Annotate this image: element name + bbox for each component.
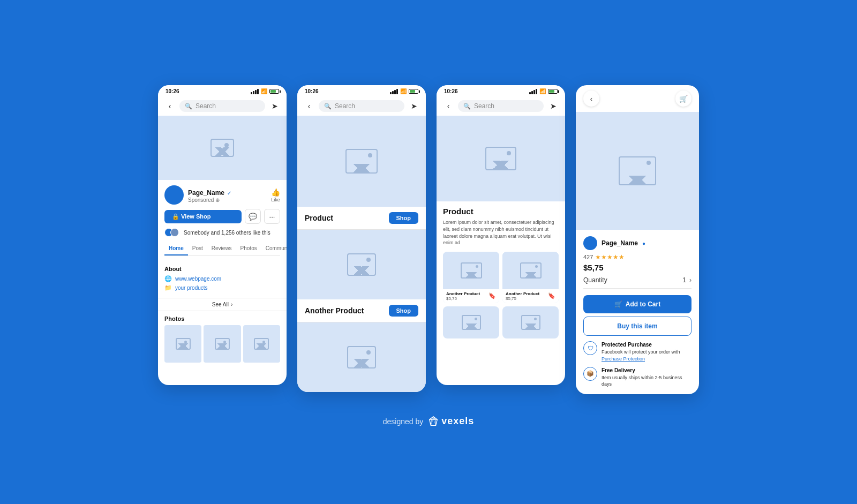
protected-title: Protected Purchase xyxy=(602,341,691,349)
time-2: 10:26 xyxy=(305,88,319,94)
img-icon-2 xyxy=(345,149,378,174)
like-label: Like xyxy=(271,197,280,202)
quantity-label: Quantity xyxy=(583,276,607,284)
profile-text: Page_Name ✓ Sponsored ⊕ xyxy=(188,187,231,203)
search-icon-3: 🔍 xyxy=(463,103,471,110)
products-link[interactable]: your products xyxy=(175,285,208,291)
globe-icon: 🌐 xyxy=(164,275,172,282)
shield-icon: 🛡 xyxy=(583,341,597,355)
add-to-cart-button[interactable]: 🛒 Add to Cart xyxy=(583,295,691,313)
quantity-row: Quantity 1 › xyxy=(583,276,691,289)
product-card-img-1 xyxy=(461,262,482,279)
cart-button-4[interactable]: 🛒 xyxy=(675,91,691,107)
tab-post[interactable]: Post xyxy=(188,242,207,255)
product-card-img-3 xyxy=(462,315,481,330)
product-grid-2: Another Product $5,75 🔖 Another Product … xyxy=(443,252,559,303)
time-3: 10:26 xyxy=(444,88,458,94)
svg-marker-0 xyxy=(430,417,438,426)
product-card-1: Another Product $5,75 🔖 xyxy=(443,252,499,303)
quantity-control: 1 › xyxy=(682,276,691,284)
search-bar-3[interactable]: 🔍 Search xyxy=(458,100,544,112)
quantity-arrow[interactable]: › xyxy=(689,276,691,284)
delivery-icon: 📦 xyxy=(583,367,597,381)
hero-placeholder-3 xyxy=(485,147,516,170)
search-bar-1[interactable]: 🔍 Search xyxy=(179,100,265,112)
back-button-3[interactable]: ‹ xyxy=(442,100,455,112)
about-website-row: 🌐 www.webpage.com xyxy=(164,275,280,282)
status-icons-2: 📶 xyxy=(390,88,418,94)
free-delivery-row: 📦 Free Delivery Item usually ships withi… xyxy=(583,367,691,388)
vexels-brand: vexels xyxy=(441,416,474,427)
tab-home[interactable]: Home xyxy=(164,242,188,255)
view-shop-button[interactable]: 🔒 View Shop xyxy=(164,210,242,223)
product-card-price-1: $5,75 xyxy=(446,296,480,301)
see-all-button[interactable]: See All › xyxy=(158,298,287,311)
photo-thumb-2 xyxy=(204,325,240,362)
status-bar-2: 10:26 📶 xyxy=(297,85,426,96)
img-icon-2c xyxy=(347,346,376,368)
small-img-icon-1 xyxy=(176,338,191,350)
search-bar-2[interactable]: 🔍 Search xyxy=(319,100,404,112)
share-button-3[interactable]: ➤ xyxy=(547,100,560,112)
back-button-1[interactable]: ‹ xyxy=(163,100,176,112)
more-button[interactable]: ··· xyxy=(264,209,280,224)
delivery-desc: Item usually ships within 2-5 business d… xyxy=(602,375,682,387)
phone-4: ‹ 🛒 Page_Name ● 427 ★★★★★ $5,75 Quantity xyxy=(576,85,699,394)
product-card-img-4 xyxy=(521,315,540,330)
quantity-value: 1 xyxy=(682,276,686,284)
website-link[interactable]: www.webpage.com xyxy=(175,276,221,282)
purchase-protection-link[interactable]: Purchase Protection xyxy=(602,356,645,362)
bookmark-icon-2[interactable]: 🔖 xyxy=(548,292,555,299)
product-detail-desc: Lorem ipsum dolor sit amet, consectetuer… xyxy=(443,219,559,246)
img-icon-2b xyxy=(347,253,376,276)
back-button-4[interactable]: ‹ xyxy=(583,91,599,107)
tab-photos[interactable]: Photos xyxy=(236,242,261,255)
shop-button-2[interactable]: Shop xyxy=(389,305,419,317)
tab-community[interactable]: Community xyxy=(261,242,287,255)
signal-icon-2 xyxy=(390,89,398,94)
battery-icon-3 xyxy=(548,89,558,94)
buy-section: Page_Name ● 427 ★★★★★ $5,75 Quantity 1 ›… xyxy=(576,230,699,394)
product-list: Product Shop Another Product Shop xyxy=(297,207,426,392)
bookmark-icon-1[interactable]: 🔖 xyxy=(488,292,496,299)
vexels-gem-icon xyxy=(427,416,439,427)
shop-button-1[interactable]: Shop xyxy=(389,212,419,224)
tab-reviews[interactable]: Reviews xyxy=(207,242,236,255)
product-card-price-2: $5,75 xyxy=(506,296,539,301)
product-item-inner-1: Product Shop xyxy=(297,207,426,229)
hero-image-3 xyxy=(437,116,565,201)
share-button-1[interactable]: ➤ xyxy=(268,100,281,112)
photo-thumb-1 xyxy=(164,325,201,362)
search-icon-2: 🔍 xyxy=(324,103,332,110)
messenger-button[interactable]: 💬 xyxy=(245,209,261,224)
photo-thumb-3 xyxy=(243,325,280,362)
photos-section: Photos xyxy=(158,315,287,362)
buy-page-name: Page_Name xyxy=(602,239,638,247)
battery-icon-2 xyxy=(409,89,418,94)
phones-container: 10:26 📶 ‹ 🔍 Search ➤ xyxy=(115,64,742,415)
phone4-nav: ‹ 🛒 xyxy=(576,85,699,112)
nav-bar-3: ‹ 🔍 Search ➤ xyxy=(437,96,565,116)
product-image-3 xyxy=(297,322,426,392)
cart-icon-btn: 🛒 xyxy=(614,300,622,308)
signal-icon-3 xyxy=(529,89,537,94)
product-card-image-3 xyxy=(443,306,499,338)
product-detail-title: Product xyxy=(443,207,559,216)
hero-image-1 xyxy=(158,116,287,180)
photos-title: Photos xyxy=(164,315,280,322)
wifi-icon-3: 📶 xyxy=(539,88,546,94)
likes-avatars xyxy=(164,228,176,237)
mini-avatar-2 xyxy=(170,228,179,237)
product-detail-section: Product Lorem ipsum dolor sit amet, cons… xyxy=(437,201,565,347)
back-button-2[interactable]: ‹ xyxy=(303,100,315,112)
buy-item-button[interactable]: Buy this item xyxy=(583,317,691,336)
product-placeholder-3 xyxy=(347,346,376,368)
img-icon-3 xyxy=(485,147,516,170)
share-button-2[interactable]: ➤ xyxy=(408,100,420,112)
product-name-1: Product xyxy=(305,214,333,222)
likes-row: Somebody and 1,256 others like this xyxy=(164,228,280,237)
like-button[interactable]: 👍 Like xyxy=(271,188,280,202)
protected-desc: Facebook will protect your order with xyxy=(602,349,680,355)
small-img-icon-3 xyxy=(254,338,269,350)
product-item-1: Product Shop xyxy=(297,207,426,230)
